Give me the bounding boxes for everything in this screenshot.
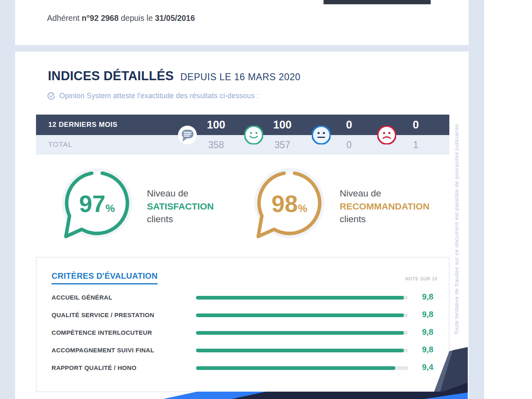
score-bar-fill bbox=[196, 313, 404, 317]
percent-sign: % bbox=[298, 202, 307, 214]
row-label: 12 DERNIERS MOIS bbox=[48, 115, 117, 135]
criterion-label: ACCOMPAGNEMENT SUIVI FINAL bbox=[52, 347, 154, 354]
adherent-prefix: Adhérent bbox=[47, 14, 79, 23]
criterion-score: 9,8 bbox=[422, 310, 433, 319]
criteria-rows: ACCUEIL GÉNÉRAL 9,8 QUALITÉ SERVICE / PR… bbox=[36, 289, 449, 377]
adherent-date: 31/05/2016 bbox=[155, 14, 195, 23]
negative-count-total: 1 bbox=[391, 135, 440, 155]
score-bar-track bbox=[196, 349, 408, 352]
criteria-title: CRITÈRES D'ÉVALUATION bbox=[52, 271, 158, 284]
criterion-score: 9,8 bbox=[422, 327, 433, 337]
cropped-header-band bbox=[323, 0, 431, 5]
section-period: DEPUIS LE 16 MARS 2020 bbox=[180, 72, 301, 83]
speech-bubble-icon bbox=[178, 126, 197, 144]
indices-card: INDICES DÉTAILLÉS DEPUIS LE 16 MARS 2020… bbox=[15, 52, 469, 399]
criterion-label: ACCUEIL GÉNÉRAL bbox=[52, 294, 112, 301]
criterion-score: 9,4 bbox=[422, 363, 433, 372]
caption-accent: SATISFACTION bbox=[147, 200, 214, 213]
percent-sign: % bbox=[106, 202, 115, 214]
positive-count-total: 357 bbox=[258, 135, 307, 155]
row-label: TOTAL bbox=[48, 135, 72, 155]
score-bar-track bbox=[196, 313, 408, 317]
criteria-row: RAPPORT QUALITÉ / HONO 9,4 bbox=[36, 359, 449, 377]
score-bar-track bbox=[196, 331, 408, 335]
score-bar-fill bbox=[196, 296, 404, 300]
summary-table: 12 DERNIERS MOIS 100 100 0 0 TOTAL 358 3… bbox=[36, 115, 449, 155]
criteria-box: CRITÈRES D'ÉVALUATION NOTE SUR 10 ACCUEI… bbox=[36, 257, 449, 392]
adherent-middle: depuis le bbox=[121, 14, 153, 23]
score-bar-track bbox=[196, 296, 408, 300]
recommendation-caption: Niveau de RECOMMANDATION clients bbox=[340, 187, 430, 226]
neutral-count-12m: 0 bbox=[325, 115, 374, 135]
caption-accent: RECOMMANDATION bbox=[340, 200, 430, 213]
criterion-score: 9,8 bbox=[422, 345, 433, 354]
check-circle-icon bbox=[47, 92, 55, 100]
anti-fraud-note: Toute tentative de fraudes sur ce docume… bbox=[453, 106, 462, 335]
section-title-row: INDICES DÉTAILLÉS DEPUIS LE 16 MARS 2020 bbox=[48, 69, 300, 83]
score-bar-fill bbox=[196, 331, 404, 335]
score-bar-track bbox=[196, 366, 408, 370]
reviews-count-total: 358 bbox=[192, 135, 241, 155]
satisfaction-caption: Niveau de SATISFACTION clients bbox=[147, 187, 214, 226]
happy-face-icon bbox=[244, 126, 263, 144]
caption-line: clients bbox=[147, 213, 214, 226]
certificate-page: Adhérent n°92 2968 depuis le 31/05/2016 … bbox=[0, 0, 532, 399]
satisfaction-value: 97% bbox=[58, 191, 136, 216]
attestation-text: Opinion System atteste l'exactitude des … bbox=[59, 92, 259, 100]
sad-face-icon bbox=[377, 126, 396, 144]
score-bar-fill bbox=[196, 349, 404, 352]
score-bar-fill bbox=[196, 366, 395, 370]
negative-count-12m: 0 bbox=[391, 115, 440, 135]
positive-count-12m: 100 bbox=[258, 115, 307, 135]
criterion-label: COMPÉTENCE INTERLOCUTEUR bbox=[52, 329, 152, 336]
adherent-card: Adhérent n°92 2968 depuis le 31/05/2016 bbox=[15, 0, 469, 45]
criteria-row: QUALITÉ SERVICE / PRESTATION 9,8 bbox=[36, 307, 449, 324]
criterion-label: RAPPORT QUALITÉ / HONO bbox=[52, 364, 136, 371]
attestation-line: Opinion System atteste l'exactitude des … bbox=[47, 92, 259, 100]
criteria-note-label: NOTE SUR 10 bbox=[405, 276, 437, 281]
recommendation-value: 98% bbox=[250, 191, 328, 216]
neutral-count-total: 0 bbox=[325, 135, 374, 155]
criteria-row: COMPÉTENCE INTERLOCUTEUR 9,8 bbox=[36, 324, 449, 342]
caption-line: Niveau de bbox=[340, 187, 430, 200]
criterion-score: 9,8 bbox=[422, 292, 433, 302]
criteria-row: ACCOMPAGNEMENT SUIVI FINAL 9,8 bbox=[36, 342, 449, 359]
page-margin bbox=[484, 0, 532, 399]
section-title: INDICES DÉTAILLÉS bbox=[48, 69, 174, 83]
caption-line: Niveau de bbox=[147, 187, 214, 200]
neutral-face-icon bbox=[312, 126, 331, 144]
criteria-row: ACCUEIL GÉNÉRAL 9,8 bbox=[36, 289, 449, 307]
reviews-count-12m: 100 bbox=[192, 115, 241, 135]
recommendation-percent: 98 bbox=[271, 190, 298, 217]
criterion-label: QUALITÉ SERVICE / PRESTATION bbox=[52, 311, 154, 318]
adherent-line: Adhérent n°92 2968 depuis le 31/05/2016 bbox=[47, 14, 195, 23]
adherent-number: n°92 2968 bbox=[82, 14, 119, 23]
caption-line: clients bbox=[340, 213, 430, 226]
satisfaction-percent: 97 bbox=[79, 190, 106, 217]
